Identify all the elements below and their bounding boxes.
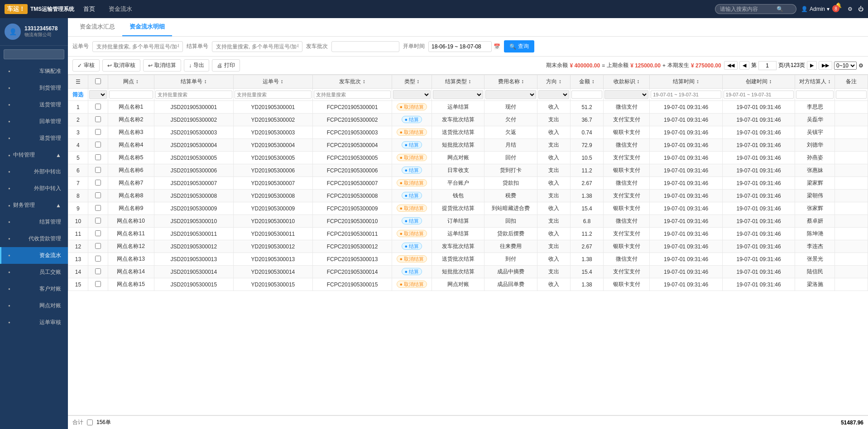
type-tag[interactable]: ● 取消结算 bbox=[397, 281, 427, 288]
power-icon[interactable]: ⏻ bbox=[858, 6, 863, 12]
row-checkbox[interactable] bbox=[95, 167, 101, 173]
page-size-select[interactable]: 0~10 bbox=[834, 62, 857, 70]
row-checkbox[interactable] bbox=[95, 129, 101, 135]
batch-input[interactable] bbox=[331, 41, 399, 52]
row-checkbox-cell bbox=[88, 164, 108, 177]
audit-button[interactable]: ✓ 审核 bbox=[72, 59, 100, 72]
row-checkbox[interactable] bbox=[95, 192, 101, 198]
tab-detail[interactable]: 资金流水明细 bbox=[122, 18, 172, 36]
print-button[interactable]: 🖨 打印 bbox=[212, 59, 240, 72]
row-checkbox[interactable] bbox=[95, 116, 101, 122]
filter-settle-no-input[interactable] bbox=[155, 91, 232, 99]
nav-cashflow[interactable]: 资金流水 bbox=[104, 5, 137, 13]
row-checkbox[interactable] bbox=[95, 154, 101, 160]
type-tag[interactable]: ● 结算 bbox=[402, 217, 422, 224]
sidebar-item-delivery[interactable]: 送货管理 bbox=[0, 96, 68, 113]
filter-settle-time-input[interactable] bbox=[651, 91, 721, 99]
filter-create-time-input[interactable] bbox=[724, 91, 794, 99]
sidebar-item-settlement[interactable]: 结算管理 bbox=[0, 214, 68, 230]
row-checkbox[interactable] bbox=[95, 180, 101, 186]
settle-no-input[interactable] bbox=[212, 41, 302, 52]
tab-summary[interactable]: 资金流水汇总 bbox=[72, 18, 122, 36]
row-checkbox[interactable] bbox=[95, 268, 101, 274]
type-tag[interactable]: ● 取消结算 bbox=[397, 205, 427, 212]
filter-select-all[interactable] bbox=[89, 90, 107, 99]
type-tag[interactable]: ● 取消结算 bbox=[397, 230, 427, 237]
settings-icon[interactable]: ⚙ bbox=[848, 6, 853, 12]
transport-no-input[interactable] bbox=[92, 41, 183, 52]
filter-icon[interactable]: ☰ bbox=[76, 79, 81, 85]
sidebar-item-audit[interactable]: 运单审核 bbox=[0, 314, 68, 331]
sidebar-item-arrival[interactable]: 到货管理 bbox=[0, 80, 68, 96]
row-checkbox[interactable] bbox=[95, 205, 101, 211]
row-create-time: 19-07-01 09:31:46 bbox=[722, 164, 795, 177]
sidebar-item-receipt[interactable]: 回单管理 bbox=[0, 113, 68, 130]
type-tag[interactable]: ● 取消结算 bbox=[397, 103, 427, 110]
row-checkbox[interactable] bbox=[95, 281, 101, 287]
sidebar-item-transfer[interactable]: ●中转管理 ▲ bbox=[0, 147, 68, 163]
row-create-time: 19-07-01 09:31:46 bbox=[722, 266, 795, 278]
sidebar-item-cod[interactable]: 代收货款管理 bbox=[0, 230, 68, 247]
nav-home[interactable]: 首页 bbox=[79, 5, 100, 13]
row-checkbox[interactable] bbox=[95, 230, 101, 236]
sidebar-item-finance[interactable]: ●财务管理 ▲ bbox=[0, 197, 68, 214]
query-button[interactable]: 🔍 查询 bbox=[504, 40, 534, 52]
first-page-btn[interactable]: ◀◀ bbox=[724, 61, 738, 70]
filter-fee-select[interactable] bbox=[485, 90, 536, 99]
cancel-audit-button[interactable]: ↩ 取消审核 bbox=[102, 59, 140, 72]
filter-amount-input[interactable] bbox=[571, 91, 602, 99]
filter-settle-type-select[interactable] bbox=[433, 90, 484, 99]
type-tag[interactable]: ● 取消结算 bbox=[397, 154, 427, 161]
type-tag[interactable]: ● 结算 bbox=[402, 192, 422, 199]
settings-table-icon[interactable]: ⚙ bbox=[858, 62, 863, 69]
row-batch: FCPC201905300005 bbox=[312, 152, 392, 164]
last-page-btn[interactable]: ▶▶ bbox=[819, 61, 832, 70]
sidebar-item-vehicles[interactable]: 车辆配准 bbox=[0, 63, 68, 80]
type-tag[interactable]: ● 取消结算 bbox=[397, 179, 427, 186]
filter-transport-no-input[interactable] bbox=[235, 91, 312, 99]
sidebar-item-customer[interactable]: 客户对账 bbox=[0, 281, 68, 297]
row-settle-no: JSD201905300005 bbox=[154, 152, 233, 164]
filter-batch-input[interactable] bbox=[314, 91, 391, 99]
row-batch: FCPC201905300012 bbox=[312, 240, 392, 253]
row-remark bbox=[834, 164, 868, 177]
row-checkbox[interactable] bbox=[95, 104, 101, 110]
sidebar-item-transfer-in[interactable]: 外部中转入 bbox=[0, 180, 68, 197]
type-tag[interactable]: ● 结算 bbox=[402, 167, 422, 174]
row-network: 网点名称4 bbox=[108, 139, 154, 152]
sidebar-item-return[interactable]: 退货管理 bbox=[0, 130, 68, 147]
type-tag[interactable]: ● 结算 bbox=[402, 141, 422, 148]
sidebar-search-input[interactable] bbox=[4, 49, 64, 59]
check-all-checkbox[interactable] bbox=[95, 78, 101, 84]
filter-direction-select[interactable] bbox=[538, 90, 569, 99]
sidebar-item-transfer-out[interactable]: 外部中转出 bbox=[0, 163, 68, 180]
footer-checkbox[interactable] bbox=[87, 419, 93, 425]
filter-network-input[interactable] bbox=[109, 91, 153, 99]
type-tag[interactable]: ● 结算 bbox=[402, 116, 422, 123]
sidebar-item-employee[interactable]: 员工交账 bbox=[0, 264, 68, 281]
sidebar-item-network[interactable]: 网点对账 bbox=[0, 297, 68, 314]
row-checkbox[interactable] bbox=[95, 256, 101, 262]
type-tag[interactable]: ● 取消结算 bbox=[397, 129, 427, 136]
next-page-btn[interactable]: ▶ bbox=[807, 61, 817, 70]
filter-counterpart-input[interactable] bbox=[796, 91, 834, 99]
type-tag[interactable]: ● 结算 bbox=[402, 268, 422, 275]
row-checkbox[interactable] bbox=[95, 142, 101, 148]
page-number-input[interactable] bbox=[758, 61, 777, 70]
admin-menu[interactable]: 👤 Admin ▾ bbox=[801, 6, 830, 12]
global-search-input[interactable] bbox=[720, 6, 774, 12]
date-range-input[interactable] bbox=[428, 41, 492, 52]
filter-remark-input[interactable] bbox=[836, 91, 867, 99]
row-remark bbox=[834, 126, 868, 139]
row-checkbox[interactable] bbox=[95, 243, 101, 249]
type-tag[interactable]: ● 取消结算 bbox=[397, 255, 427, 262]
type-tag[interactable]: ● 结算 bbox=[402, 243, 422, 250]
prev-page-btn[interactable]: ◀ bbox=[739, 61, 749, 70]
filter-type-select[interactable] bbox=[393, 90, 431, 99]
sidebar-item-cashflow[interactable]: 资金流水 bbox=[0, 247, 68, 264]
row-checkbox[interactable] bbox=[95, 218, 101, 224]
filter-collect-select[interactable] bbox=[604, 90, 648, 99]
cancel-settle-button[interactable]: ↩ 取消结算 bbox=[143, 59, 181, 72]
row-settle-no: JSD201905300009 bbox=[154, 202, 233, 215]
export-button[interactable]: ↓ 导出 bbox=[184, 59, 209, 72]
